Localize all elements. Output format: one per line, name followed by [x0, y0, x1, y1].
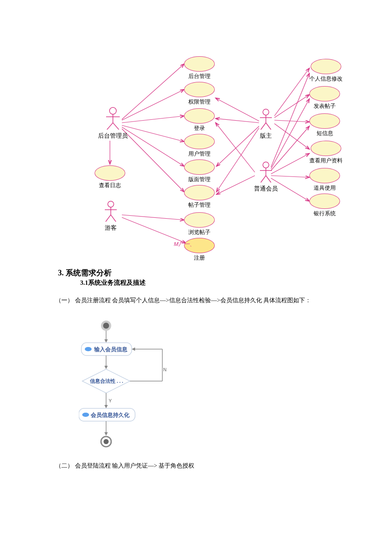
actor-moderator: 版主 [257, 108, 274, 140]
usecase-login: 登录 [184, 108, 215, 132]
svg-point-61 [82, 413, 89, 417]
svg-point-50 [85, 347, 92, 351]
svg-point-40 [263, 162, 269, 168]
svg-line-9 [216, 126, 259, 166]
svg-line-10 [216, 128, 259, 192]
svg-line-24 [122, 217, 186, 243]
use-case-diagram: 后台管理员 查看日志 游客 后台管理 权限管理 登录 用户管理 版面管理 帖子管… [0, 0, 392, 264]
svg-line-0 [122, 64, 184, 119]
svg-line-29 [113, 123, 119, 130]
heading-section-3-1: 3.1系统业务流程及描述 [80, 279, 146, 287]
svg-point-25 [110, 107, 116, 114]
svg-line-11 [274, 68, 309, 116]
heading-section-3: 3. 系统需求分析 [58, 268, 112, 278]
svg-line-28 [107, 123, 113, 130]
usecase-backend-mgmt: 后台管理 [184, 56, 215, 80]
flow-step2: 会员信息持久化 [90, 412, 130, 418]
registration-flowchart: 输入会员信息 信息合法性 . . . N Y 会员信息持久化 [79, 319, 190, 455]
svg-line-39 [266, 123, 271, 130]
svg-line-18 [271, 99, 309, 169]
svg-line-44 [266, 176, 271, 182]
para-2: （二） 会员登陆流程 输入用户凭证—> 基于角色授权 [55, 460, 379, 471]
actor-member-label: 普通会员 [254, 185, 278, 193]
flow-decision: 信息合法性 . . . [89, 378, 123, 384]
svg-point-46 [103, 323, 109, 329]
actor-moderator-label: 版主 [257, 132, 274, 140]
svg-point-65 [104, 439, 109, 444]
usecase-view-user: 查看用户资料 [309, 141, 343, 165]
svg-marker-48 [104, 339, 108, 343]
svg-line-13 [274, 120, 309, 122]
usecase-browse-posts: 浏览帖子 [184, 212, 215, 236]
svg-line-1 [122, 90, 184, 120]
svg-line-12 [274, 95, 309, 118]
usecase-edit-profile: 个人信息修改 [309, 59, 343, 83]
svg-line-2 [122, 116, 184, 123]
usecase-bank-system: 银行系统 [309, 194, 340, 217]
svg-line-5 [122, 129, 184, 192]
actor-admin-label: 后台管理员 [98, 132, 128, 140]
usecase-user-mgmt: 用户管理 [184, 134, 215, 158]
actor-admin: 后台管理员 [98, 107, 128, 140]
svg-line-15 [216, 123, 255, 172]
svg-point-30 [108, 201, 114, 207]
usecase-publish-post: 发表帖子 [309, 86, 340, 110]
svg-line-43 [261, 176, 266, 182]
para-1: （一） 会员注册流程 会员填写个人信息—>信息合法性检验—>会员信息持久化 具体… [55, 295, 379, 306]
flow-branch-no: N [163, 367, 167, 372]
svg-marker-52 [104, 366, 108, 369]
flow-branch-yes: Y [109, 398, 112, 403]
svg-marker-57 [132, 347, 135, 351]
usecase-use-item: 道具使用 [309, 168, 340, 192]
svg-point-35 [263, 109, 269, 115]
svg-marker-63 [104, 432, 108, 436]
svg-line-14 [274, 124, 309, 149]
svg-line-3 [122, 125, 184, 142]
usecase-perm-mgmt: 权限管理 [184, 82, 215, 106]
svg-line-23 [122, 215, 184, 220]
svg-line-7 [216, 98, 259, 121]
svg-line-34 [111, 215, 116, 222]
actor-guest: 游客 [102, 200, 119, 232]
usecase-view-logs: 查看日志 [95, 165, 125, 189]
usecase-post-mgmt: 帖子管理 [184, 185, 215, 209]
svg-line-4 [122, 127, 184, 166]
scribble: M厂一、 [174, 240, 195, 248]
actor-member: 普通会员 [254, 161, 278, 193]
flow-step1: 输入会员信息 [94, 346, 128, 353]
svg-line-38 [261, 123, 266, 130]
svg-marker-59 [104, 405, 108, 408]
svg-line-33 [106, 215, 111, 222]
svg-line-16 [216, 176, 255, 194]
svg-line-17 [271, 73, 309, 167]
svg-line-8 [216, 119, 259, 123]
usecase-short-msg: 短信息 [309, 113, 340, 137]
usecase-board-mgmt: 版面管理 [184, 159, 215, 183]
actor-guest-label: 游客 [102, 224, 119, 232]
